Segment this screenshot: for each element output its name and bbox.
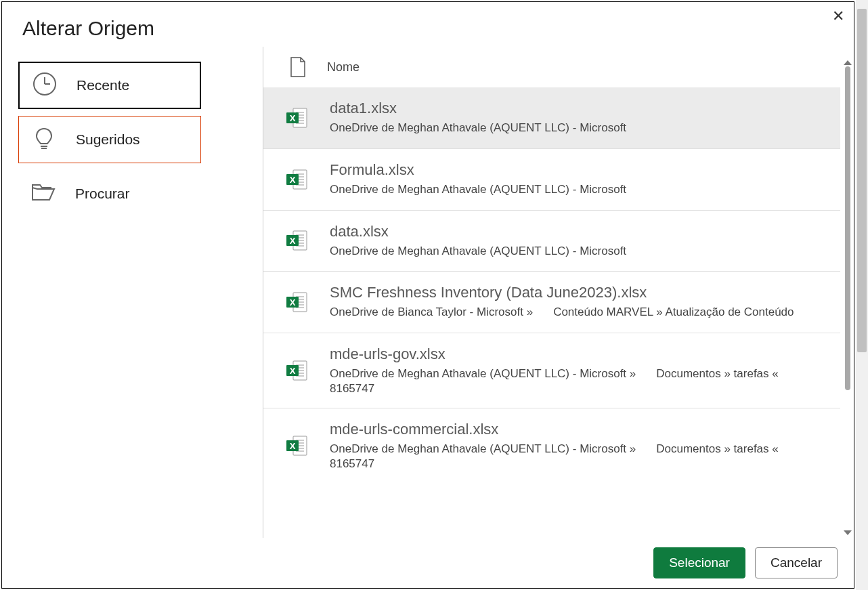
sidebar-item-browse[interactable]: Procurar (18, 170, 201, 217)
file-info: SMC Freshness Inventory (Data June2023).… (330, 284, 840, 320)
main-panel: Nome X data1.xlsxOneDrive de Meghan Atha… (263, 47, 854, 538)
file-info: data.xlsxOneDrive de Meghan Athavale (AQ… (330, 223, 840, 259)
scroll-thumb[interactable] (845, 66, 850, 390)
svg-text:X: X (290, 366, 296, 376)
scroll-up-icon[interactable] (844, 60, 852, 65)
sidebar-item-suggested[interactable]: Sugeridos (18, 116, 201, 163)
file-row[interactable]: X Formula.xlsxOneDrive de Meghan Athaval… (263, 149, 840, 211)
file-info: data1.xlsxOneDrive de Meghan Athavale (A… (330, 100, 840, 136)
file-path: OneDrive de Meghan Athavale (AQUENT LLC)… (330, 120, 840, 136)
excel-file-icon: X (284, 228, 311, 253)
close-button[interactable]: ✕ (832, 9, 844, 24)
file-row[interactable]: X data1.xlsxOneDrive de Meghan Athavale … (263, 87, 840, 149)
list-header: Nome (263, 47, 854, 87)
file-row[interactable]: X data.xlsxOneDrive de Meghan Athavale (… (263, 211, 840, 272)
file-path-extra: 8165747 (330, 457, 840, 471)
lightbulb-icon (31, 125, 57, 154)
dialog-title: Alterar Origem (2, 2, 854, 47)
scroll-down-icon[interactable] (844, 530, 852, 535)
scroll-thumb[interactable] (857, 9, 867, 352)
dialog-frame: ✕ Alterar Origem Recente (1, 1, 854, 589)
scroll-track[interactable] (856, 9, 868, 581)
outer-scrollbar[interactable] (856, 0, 868, 590)
select-button[interactable]: Selecionar (653, 547, 745, 578)
file-name: data1.xlsx (330, 100, 840, 117)
file-name: Formula.xlsx (330, 161, 840, 179)
file-path: OneDrive de Meghan Athavale (AQUENT LLC)… (330, 182, 840, 198)
excel-file-icon: X (284, 290, 311, 314)
svg-text:X: X (290, 113, 296, 123)
file-row[interactable]: X SMC Freshness Inventory (Data June2023… (263, 272, 840, 333)
folder-open-icon (30, 180, 56, 208)
file-info: mde-urls-commercial.xlsxOneDrive de Megh… (330, 421, 840, 471)
svg-text:X: X (290, 175, 296, 185)
file-info: Formula.xlsxOneDrive de Meghan Athavale … (330, 161, 840, 198)
svg-text:X: X (290, 297, 296, 308)
file-info: mde-urls-gov.xlsxOneDrive de Meghan Atha… (330, 345, 840, 396)
scroll-track[interactable] (845, 66, 850, 529)
file-row[interactable]: X mde-urls-commercial.xlsxOneDrive de Me… (263, 408, 840, 483)
excel-file-icon: X (284, 434, 311, 458)
file-path-extra: 8165747 (330, 382, 840, 396)
sidebar-item-recent[interactable]: Recente (18, 62, 201, 109)
excel-file-icon: X (284, 358, 311, 383)
svg-text:X: X (290, 236, 296, 246)
dialog-footer: Selecionar Cancelar (2, 538, 854, 588)
file-name: mde-urls-commercial.xlsx (330, 421, 840, 438)
svg-text:X: X (290, 441, 296, 451)
file-row[interactable]: X mde-urls-gov.xlsxOneDrive de Meghan At… (263, 333, 840, 408)
dialog-body: Recente Sugeridos (2, 47, 854, 538)
sidebar-item-label: Procurar (75, 186, 130, 202)
column-header-name[interactable]: Nome (327, 60, 360, 75)
file-path: OneDrive de Meghan Athavale (AQUENT LLC)… (330, 441, 840, 457)
file-list: X data1.xlsxOneDrive de Meghan Athavale … (263, 87, 854, 538)
excel-file-icon: X (284, 106, 311, 130)
sidebar-item-label: Sugeridos (76, 131, 140, 148)
file-name: mde-urls-gov.xlsx (330, 345, 840, 363)
excel-file-icon: X (284, 167, 311, 192)
file-name: SMC Freshness Inventory (Data June2023).… (330, 284, 840, 301)
sidebar: Recente Sugeridos (2, 47, 263, 538)
file-path: OneDrive de Meghan Athavale (AQUENT LLC)… (330, 366, 840, 382)
clock-icon (32, 71, 58, 100)
file-path: OneDrive de Meghan Athavale (AQUENT LLC)… (330, 243, 840, 259)
sidebar-item-label: Recente (77, 77, 129, 93)
inner-scrollbar[interactable] (843, 59, 852, 536)
document-icon (289, 56, 307, 78)
file-path: OneDrive de Bianca Taylor - Microsoft »C… (330, 304, 840, 320)
file-name: data.xlsx (330, 223, 840, 240)
cancel-button[interactable]: Cancelar (755, 547, 838, 578)
